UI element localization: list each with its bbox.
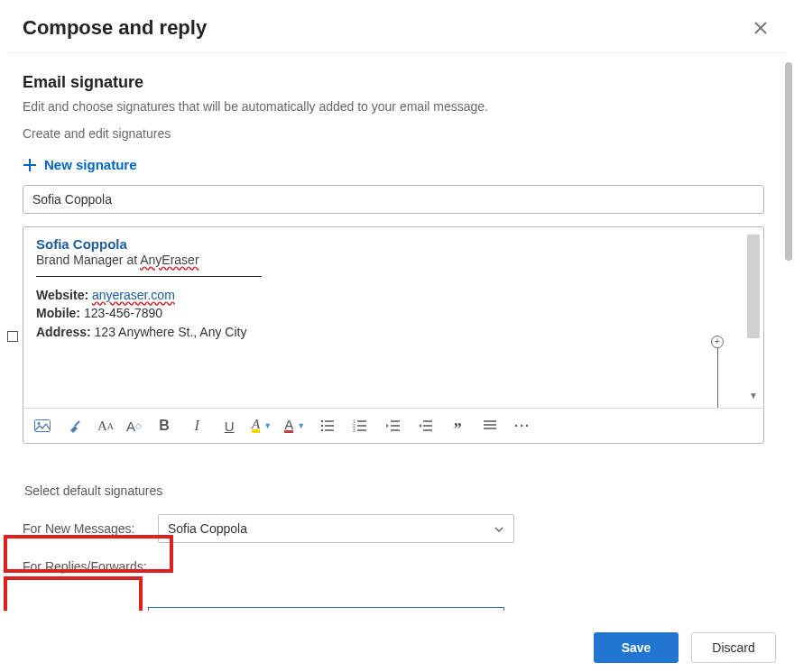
for-new-messages-label: For New Messages:	[23, 521, 149, 536]
svg-point-2	[321, 420, 323, 422]
sig-separator	[36, 276, 262, 277]
highlight-icon: A	[252, 419, 260, 433]
indent-button[interactable]	[415, 416, 435, 436]
signature-editor-content[interactable]: Sofia Coppola Brand Manager at AnyEraser…	[23, 227, 763, 408]
sig-company: AnyEraser	[140, 253, 198, 267]
svg-point-1	[38, 422, 41, 425]
signature-dropdown-menu[interactable]: (No signature) Sofia Coppola	[148, 607, 504, 611]
chevron-down-icon: ▼	[263, 421, 272, 430]
zoom-plus-icon: +	[711, 336, 724, 348]
page-title: Compose and reply	[23, 16, 207, 40]
font-color-button[interactable]: A ▼	[284, 419, 305, 434]
dropdown-option-no-signature[interactable]: (No signature)	[149, 608, 503, 611]
chevron-down-icon[interactable]: ▼	[749, 391, 758, 400]
svg-point-3	[321, 425, 323, 427]
underline-button[interactable]: U	[219, 416, 239, 436]
zoom-indicator[interactable]: +	[711, 336, 724, 408]
sig-address-value: 123 Anywhere St., Any City	[95, 325, 247, 339]
create-edit-label: Create and edit signatures	[23, 126, 771, 141]
settings-scroll-area: Email signature Edit and choose signatur…	[0, 53, 794, 611]
svg-point-4	[321, 429, 323, 431]
sig-role-prefix: Brand Manager at	[36, 253, 140, 267]
section-subtitle: Edit and choose signatures that will be …	[23, 99, 771, 114]
blockquote-button[interactable]: ”	[448, 419, 467, 439]
svg-text:3: 3	[353, 428, 355, 432]
align-button[interactable]	[480, 416, 500, 436]
bullet-list-icon	[320, 419, 335, 432]
highlight-color-button[interactable]: A ▼	[252, 419, 272, 433]
sig-job-title: Brand Manager at AnyEraser	[36, 253, 751, 267]
sig-mobile-key: Mobile:	[36, 306, 80, 320]
sig-website-key: Website:	[36, 288, 88, 302]
image-icon	[34, 419, 51, 432]
new-signature-button[interactable]: New signature	[23, 157, 137, 172]
align-icon	[483, 419, 497, 432]
signature-name-input[interactable]	[23, 185, 764, 214]
insert-image-button[interactable]	[32, 416, 52, 436]
sig-website-link[interactable]: anyeraser.com	[92, 288, 175, 302]
annotation-highlight-1	[4, 535, 173, 573]
new-messages-signature-dropdown[interactable]: Sofia Coppola	[158, 514, 514, 543]
font-family-button[interactable]: AA	[97, 416, 114, 436]
section-heading-signature: Email signature	[23, 73, 771, 92]
font-color-icon: A	[284, 419, 293, 434]
sig-address-row: Address: 123 Anywhere St., Any City	[36, 323, 751, 341]
outdent-icon	[385, 419, 400, 432]
editor-scrollbar-thumb[interactable]	[747, 235, 760, 338]
editor-toolbar: AA A◇ B I U A ▼ A ▼ 123	[23, 408, 763, 443]
dialog-footer: Save Discard	[0, 632, 794, 663]
discard-button[interactable]: Discard	[691, 632, 776, 663]
new-messages-selected-value: Sofia Coppola	[168, 521, 247, 536]
font-size-button[interactable]: A◇	[126, 416, 142, 436]
outdent-button[interactable]	[383, 416, 402, 436]
annotation-highlight-2	[4, 576, 143, 611]
close-button[interactable]	[750, 17, 771, 39]
new-signature-label: New signature	[44, 157, 137, 172]
sig-display-name: Sofia Coppola	[36, 236, 751, 252]
numbered-list-button[interactable]: 123	[350, 416, 370, 436]
chevron-down-icon	[494, 523, 504, 538]
close-icon	[753, 21, 768, 35]
sig-mobile-value: 123-456-7890	[84, 306, 162, 320]
format-painter-button[interactable]	[65, 416, 85, 436]
sig-address-key: Address:	[36, 325, 91, 339]
more-options-button[interactable]: ···	[512, 416, 532, 436]
save-button[interactable]: Save	[594, 632, 679, 663]
bold-button[interactable]: B	[154, 416, 174, 436]
select-default-signatures-label: Select default signatures	[23, 478, 164, 503]
bullet-list-button[interactable]	[318, 416, 337, 436]
panel-scrollbar-thumb[interactable]	[785, 62, 792, 261]
sig-mobile-row: Mobile: 123-456-7890	[36, 304, 751, 322]
numbered-list-icon: 123	[353, 419, 367, 432]
indent-icon	[418, 419, 432, 432]
editor-side-checkbox[interactable]	[7, 331, 18, 342]
paint-icon	[68, 419, 82, 433]
plus-icon	[23, 158, 37, 172]
zoom-track	[717, 348, 718, 408]
italic-button[interactable]: I	[187, 416, 207, 436]
chevron-down-icon: ▼	[297, 421, 305, 430]
signature-editor[interactable]: Sofia Coppola Brand Manager at AnyEraser…	[23, 226, 764, 444]
sig-website-row: Website: anyeraser.com	[36, 286, 751, 304]
editor-scrollbar[interactable]: ▼	[745, 231, 762, 402]
